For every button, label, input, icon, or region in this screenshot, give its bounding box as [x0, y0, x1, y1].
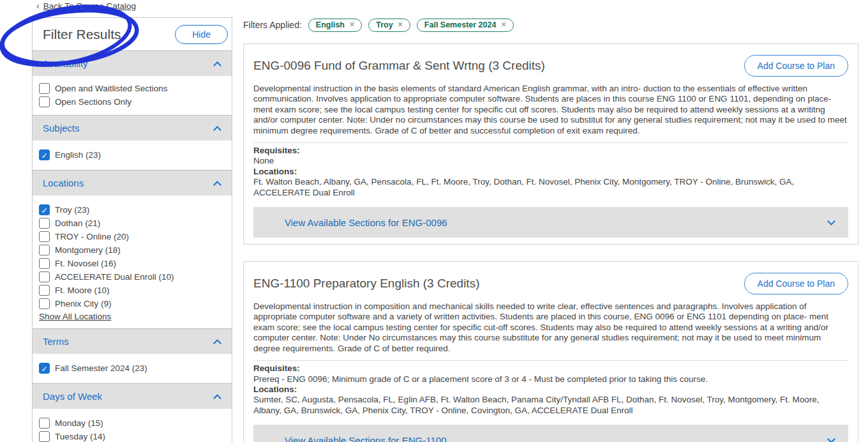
checkbox-row-fall-2024[interactable]: Fall Semester 2024 (23)	[39, 362, 225, 375]
checkbox-checked[interactable]	[39, 149, 50, 160]
course-description: Developmental instruction in the basis e…	[253, 84, 848, 136]
section-body-availability: Open and Waitlisted Sections Open Sectio…	[33, 76, 232, 115]
filter-chip-fall-2024: Fall Semester 2024 ✕	[417, 19, 514, 32]
locations-value: Ft. Walton Beach, Albany, GA, Pensacola,…	[253, 177, 848, 198]
checkbox-label: English (23)	[55, 150, 101, 160]
add-course-to-plan-button[interactable]: Add Course to Plan	[744, 273, 848, 294]
divider	[253, 142, 848, 143]
locations-label: Locations:	[253, 167, 848, 177]
view-available-sections-bar[interactable]: View Available Sections for ENG-1100	[253, 425, 848, 442]
checkbox-unchecked[interactable]	[39, 431, 50, 442]
checkbox-label: Dothan (21)	[55, 218, 100, 228]
locations-label: Locations:	[253, 385, 848, 395]
checkbox-row-montgomery[interactable]: Montgomery (18)	[39, 243, 225, 257]
results-panel: Filters Applied: English ✕ Troy ✕ Fall S…	[243, 18, 858, 442]
checkbox-unchecked[interactable]	[39, 96, 50, 107]
filter-chip-english: English ✕	[308, 19, 362, 32]
chevron-up-icon	[213, 61, 221, 70]
section-header-subjects[interactable]: Subjects	[33, 115, 232, 141]
checkbox-unchecked[interactable]	[39, 83, 50, 94]
filter-chip-troy: Troy ✕	[368, 19, 410, 32]
checkbox-unchecked[interactable]	[39, 245, 50, 255]
checkbox-unchecked[interactable]	[39, 298, 50, 309]
section-header-locations[interactable]: Locations	[33, 170, 232, 195]
remove-filter-icon[interactable]: ✕	[398, 21, 403, 28]
checkbox-unchecked[interactable]	[39, 418, 50, 429]
course-card-eng-0096: ENG-0096 Fund of Grammar & Sent Wrtng (3…	[243, 43, 858, 245]
show-all-locations-link[interactable]: Show All Locations	[39, 312, 111, 321]
back-chevron-icon: ‹	[36, 1, 40, 11]
checkbox-unchecked[interactable]	[39, 231, 50, 242]
section-body-days: Monday (15) Tuesday (14) Wednesday (15)	[33, 409, 232, 442]
checkbox-label: Monday (15)	[55, 418, 103, 428]
chevron-down-icon	[827, 217, 835, 225]
chevron-up-icon	[213, 394, 221, 402]
checkbox-row-phenix-city[interactable]: Phenix City (9)	[39, 297, 225, 310]
section-header-terms[interactable]: Terms	[33, 328, 232, 354]
section-title: Subjects	[43, 123, 80, 133]
requisites-label: Requisites:	[253, 363, 848, 374]
section-body-subjects: English (23)	[33, 141, 232, 170]
checkbox-label: Ft. Novosel (16)	[55, 259, 116, 268]
checkbox-label: Ft. Moore (10)	[55, 286, 110, 295]
divider	[253, 360, 848, 361]
add-course-to-plan-button[interactable]: Add Course to Plan	[744, 55, 848, 77]
sidebar-header: Filter Results Hide	[33, 18, 232, 50]
course-card-header: ENG-0096 Fund of Grammar & Sent Wrtng (3…	[253, 44, 848, 77]
checkbox-checked[interactable]	[39, 204, 50, 215]
course-details: Requisites: Prereq - ENG 0096; Minimum g…	[253, 363, 848, 416]
checkbox-row-ft-moore[interactable]: Ft. Moore (10)	[39, 284, 225, 297]
checkbox-label: Tuesday (14)	[55, 432, 105, 441]
course-card-header: ENG-1100 Preparatory English (3 Credits)…	[253, 262, 848, 294]
checkbox-unchecked[interactable]	[39, 271, 50, 282]
requisites-value: Prereq - ENG 0096; Minimum grade of C or…	[253, 374, 848, 385]
back-to-course-catalog-link[interactable]: ‹ Back To Course Catalog	[36, 1, 136, 11]
locations-value: Sumter, SC, Augusta, Pensacola, FL, Egli…	[253, 395, 848, 416]
checkbox-label: Open and Waitlisted Sections	[55, 84, 168, 93]
filters-applied-label: Filters Applied:	[243, 20, 302, 30]
checkbox-label: TROY - Online (20)	[55, 232, 129, 241]
section-header-days-of-week[interactable]: Days of Week	[33, 383, 232, 409]
checkbox-row-dothan[interactable]: Dothan (21)	[39, 217, 225, 230]
hide-filters-button[interactable]: Hide	[175, 25, 228, 44]
requisites-label: Requisites:	[253, 146, 848, 156]
checkbox-row-monday[interactable]: Monday (15)	[39, 416, 225, 430]
chevron-up-icon	[213, 181, 221, 189]
requisites-value: None	[253, 156, 848, 166]
checkbox-row-tuesday[interactable]: Tuesday (14)	[39, 430, 225, 442]
section-title: Days of Week	[43, 391, 102, 402]
remove-filter-icon[interactable]: ✕	[500, 21, 506, 28]
section-title: Availability	[43, 58, 88, 69]
view-available-sections-bar[interactable]: View Available Sections for ENG-0096	[253, 207, 848, 238]
checkbox-row-open-waitlisted[interactable]: Open and Waitlisted Sections	[39, 82, 225, 95]
checkbox-unchecked[interactable]	[39, 285, 50, 296]
section-header-availability[interactable]: Availability	[33, 50, 232, 76]
checkbox-row-troy[interactable]: Troy (23)	[39, 203, 225, 217]
checkbox-row-english[interactable]: English (23)	[39, 148, 225, 162]
checkbox-unchecked[interactable]	[39, 258, 50, 269]
checkbox-row-open-only[interactable]: Open Sections Only	[39, 95, 225, 109]
course-title: ENG-1100 Preparatory English (3 Credits)	[253, 277, 479, 291]
chevron-down-icon	[827, 435, 835, 442]
chevron-up-icon	[213, 339, 221, 347]
filters-applied-row: Filters Applied: English ✕ Troy ✕ Fall S…	[243, 18, 858, 32]
section-title: Locations	[43, 178, 84, 188]
remove-filter-icon[interactable]: ✕	[349, 21, 355, 28]
chip-label: Troy	[376, 20, 393, 29]
course-card-eng-1100: ENG-1100 Preparatory English (3 Credits)…	[243, 261, 858, 442]
checkbox-checked[interactable]	[39, 363, 50, 374]
checkbox-unchecked[interactable]	[39, 218, 50, 229]
checkbox-row-accelerate[interactable]: ACCELERATE Dual Enroll (10)	[39, 270, 225, 284]
course-title: ENG-0096 Fund of Grammar & Sent Wrtng (3…	[253, 59, 545, 73]
chip-label: Fall Semester 2024	[424, 20, 497, 29]
checkbox-row-troy-online[interactable]: TROY - Online (20)	[39, 230, 225, 243]
chevron-up-icon	[213, 126, 221, 134]
checkbox-label: ACCELERATE Dual Enroll (10)	[55, 272, 174, 282]
filter-results-title: Filter Results	[43, 27, 121, 42]
view-sections-label: View Available Sections for ENG-1100	[285, 435, 446, 442]
checkbox-label: Troy (23)	[55, 205, 89, 215]
checkbox-row-ft-novosel[interactable]: Ft. Novosel (16)	[39, 257, 225, 270]
course-details: Requisites: None Locations: Ft. Walton B…	[253, 146, 848, 198]
checkbox-label: Phenix City (9)	[55, 299, 112, 309]
section-title: Terms	[43, 336, 69, 347]
